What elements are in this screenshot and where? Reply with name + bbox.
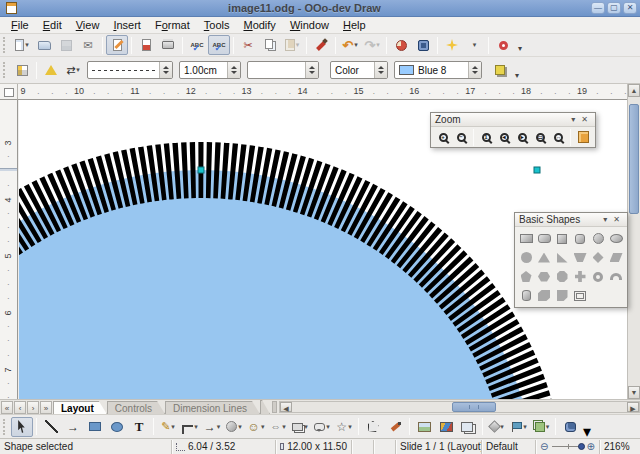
parallelogram-shape-button[interactable] (607, 248, 625, 267)
save-button[interactable] (55, 35, 77, 55)
fill-style-select[interactable]: Color (330, 61, 388, 79)
next-page-button[interactable]: › (27, 401, 39, 414)
undo-button[interactable]: ↶▾ (339, 35, 361, 55)
print-button[interactable] (157, 35, 179, 55)
zoom-slider[interactable]: ⊖ ⊕ (536, 440, 600, 454)
line-style-select[interactable] (87, 61, 173, 79)
cross-shape-button[interactable] (571, 267, 589, 286)
fontwork-gallery-button[interactable] (457, 417, 479, 437)
rectangle-button[interactable] (84, 417, 106, 437)
toolbar-grip[interactable] (3, 62, 7, 78)
square-shape-button[interactable] (553, 229, 571, 248)
scroll-left-button[interactable]: ◀ (280, 402, 292, 412)
scroll-up-button[interactable]: ▲ (628, 84, 640, 97)
email-document-button[interactable]: ✉ (77, 35, 99, 55)
select-button[interactable] (11, 417, 33, 437)
arrange-button[interactable]: ▾ (530, 417, 552, 437)
line-color-spinner[interactable] (305, 62, 318, 78)
glue-points-button[interactable] (384, 417, 406, 437)
rectangle-rounded-shape-button[interactable] (535, 229, 553, 248)
zoom-entire-page-button[interactable]: ▭ (531, 129, 549, 146)
navigator-button[interactable] (412, 35, 434, 55)
interaction-button[interactable] (559, 417, 581, 437)
menu-window[interactable]: Window (283, 18, 336, 32)
scrollbar-splitter[interactable] (272, 401, 277, 413)
rectangle-shape-button[interactable] (517, 229, 535, 248)
open-button[interactable] (33, 35, 55, 55)
diamond-shape-button[interactable] (589, 248, 607, 267)
ellipse-shape-button[interactable] (607, 229, 625, 248)
folded-corner-shape-button[interactable] (553, 286, 571, 305)
line-dialog-button[interactable] (40, 60, 62, 80)
basic-shapes-button[interactable]: ▾ (223, 417, 245, 437)
connector-button[interactable]: ▾ (179, 417, 201, 437)
fill-color-spinner[interactable] (468, 62, 481, 78)
display-grid-button[interactable] (441, 35, 463, 55)
zoom-in-button[interactable]: + (434, 129, 452, 146)
rotate-button[interactable]: ▾ (486, 417, 508, 437)
cut-button[interactable]: ✂ (237, 35, 259, 55)
scroll-down-button[interactable]: ▼ (628, 386, 640, 399)
circle-shape-button[interactable] (589, 229, 607, 248)
edit-mode-button[interactable] (106, 35, 128, 55)
symbol-shapes-button[interactable]: ☺▾ (245, 417, 267, 437)
palette-menu-icon[interactable]: ▾ (568, 116, 578, 124)
frame-shape-button[interactable] (571, 286, 589, 305)
vertical-scroll-thumb[interactable] (629, 104, 639, 214)
text-button[interactable]: T (128, 417, 150, 437)
octagon-shape-button[interactable] (553, 267, 571, 286)
insert-picture-button[interactable] (413, 417, 435, 437)
edit-points-button[interactable] (362, 417, 384, 437)
toolbar-options-button[interactable]: ▾ (581, 424, 593, 438)
zoom-slider-thumb[interactable] (578, 443, 585, 450)
toolbar-options-button[interactable]: ▾ (514, 42, 526, 56)
toolbar-grip[interactable] (3, 37, 7, 53)
alignment-button[interactable]: ▾ (508, 417, 530, 437)
regular-pentagon-shape-button[interactable] (517, 267, 535, 286)
shadow-button[interactable] (489, 60, 511, 80)
zoom-page-width-button[interactable]: ↔ (549, 129, 567, 146)
tab-controls[interactable]: Controls (107, 401, 165, 414)
curve-button[interactable]: ✎▾ (157, 417, 179, 437)
chart-button[interactable] (390, 35, 412, 55)
page-style-cell[interactable]: Default (482, 440, 536, 454)
close-icon[interactable]: ✕ (610, 216, 623, 224)
title-bar[interactable]: image11.odg - OOo-dev Draw —▢✕ (0, 0, 640, 17)
tab-dimension-lines[interactable]: Dimension Lines (165, 401, 260, 414)
menu-edit[interactable]: Edit (36, 18, 69, 32)
cube-shape-button[interactable] (535, 286, 553, 305)
menu-file[interactable]: File (4, 18, 36, 32)
zoom-out-button[interactable]: − (452, 129, 470, 146)
close-icon[interactable]: ✕ (578, 116, 591, 124)
flowcharts-button[interactable]: ▾ (289, 417, 311, 437)
zoom-next-button[interactable]: ▸ (513, 129, 531, 146)
redo-button[interactable]: ↷▾ (361, 35, 383, 55)
menu-tools[interactable]: Tools (197, 18, 237, 32)
selected-ellipse-shape[interactable] (19, 170, 537, 399)
tab-layout[interactable]: Layout (53, 401, 107, 414)
circle-pie-shape-button[interactable] (517, 248, 535, 267)
callouts-button[interactable]: ▾ (311, 417, 333, 437)
minimize-button[interactable]: — (591, 2, 605, 14)
menu-modify[interactable]: Modify (236, 18, 282, 32)
format-paintbrush-button[interactable] (310, 35, 332, 55)
horizontal-scrollbar[interactable]: ◀ ▶ (279, 401, 640, 413)
line-color-select[interactable] (247, 61, 319, 79)
fill-color-select[interactable]: Blue 8 (394, 61, 482, 79)
zoom-100-button[interactable]: 1 (477, 129, 495, 146)
first-page-button[interactable]: « (1, 401, 13, 414)
isosceles-triangle-shape-button[interactable] (535, 248, 553, 267)
basic-shapes-titlebar[interactable]: Basic Shapes ▾ ✕ (515, 213, 627, 227)
line-width-spinner[interactable] (227, 62, 240, 78)
paste-button[interactable]: ▾ (281, 35, 303, 55)
arrow-style-button[interactable]: ⇄▾ (62, 60, 84, 80)
gallery-button[interactable] (435, 417, 457, 437)
line-ends-with-arrow-button[interactable]: → (62, 417, 84, 437)
maximize-button[interactable]: ▢ (607, 2, 621, 14)
scroll-right-button[interactable]: ▶ (627, 402, 639, 412)
right-triangle-shape-button[interactable] (553, 248, 571, 267)
menu-help[interactable]: Help (336, 18, 373, 32)
previous-page-button[interactable]: ‹ (14, 401, 26, 414)
zoom-percent-cell[interactable]: 216% (600, 440, 640, 454)
styles-button[interactable] (11, 60, 33, 80)
